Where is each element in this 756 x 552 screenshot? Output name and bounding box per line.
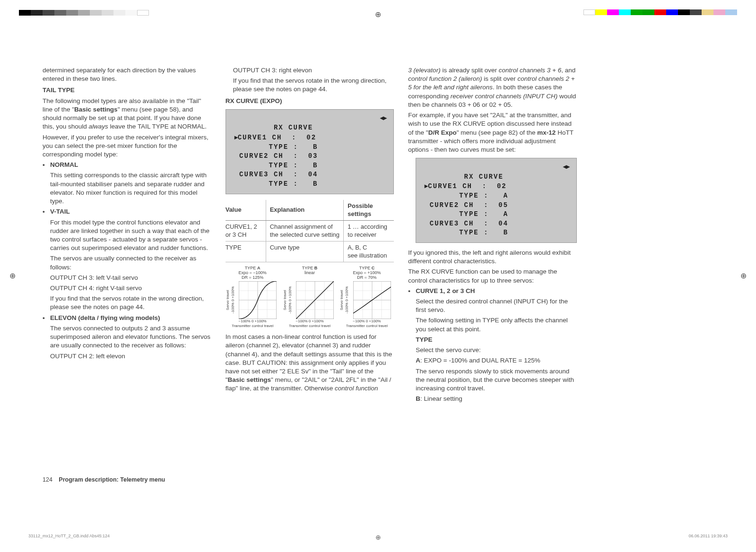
text: B — [314, 266, 318, 270]
nav-arrows-icon: ◂▸ — [563, 162, 570, 172]
registration-mark-right: ⊕ — [740, 271, 747, 281]
bullet-vtail: V-TAIL For this model type the control f… — [43, 207, 211, 311]
tail-type-heading: TAIL TYPE — [43, 86, 211, 95]
curve-b: TYPE B linear Servo travel-100% 0 +100% — [283, 266, 337, 329]
rx-curve-heading: RX CURVE (EXPO) — [226, 97, 394, 105]
text: The servo responds slowly to stick movem… — [416, 367, 577, 393]
text: A — [257, 266, 261, 270]
lcd-line: CURVE1 CH : 02 — [238, 134, 316, 141]
curve-c-plot — [353, 281, 391, 319]
nav-arrows-icon: ◂▸ — [380, 113, 387, 123]
text-italic: always — [89, 123, 108, 130]
text: TYPE — [302, 266, 314, 270]
text: linear — [304, 270, 315, 275]
col1-intro: determined separately for each direction… — [43, 66, 211, 83]
text: control channels 3 + 6 — [499, 67, 561, 74]
explanation-table: Value Explanation Possible settings CURV… — [226, 200, 394, 262]
text: TYPE — [245, 266, 257, 270]
x-ticks: −100% 0 +100% — [226, 319, 280, 324]
table-row: CURVE1, 2 or 3 CH Channel assignment of … — [226, 220, 394, 241]
text: A — [416, 357, 420, 364]
text: 3 (elevator) — [408, 67, 440, 74]
curve-illustrations: TYPE A Expo = −100% DR = 125% Servo trav… — [226, 266, 394, 329]
label: V-TAIL — [50, 208, 70, 215]
lcd-line: CURVE2 CH : 05 — [430, 201, 508, 209]
col3-p1: 3 (elevator) is already split over contr… — [408, 66, 577, 109]
y-axis-label: Servo travel-100% 0 +100% — [283, 286, 293, 313]
x-axis-label: Transmitter control travel — [226, 324, 280, 329]
lcd-line: TYPE : A — [430, 210, 508, 218]
x-ticks: −100% 0 +100% — [339, 319, 394, 324]
text: Select the servo curve: — [416, 346, 577, 354]
text: Expo = +100% — [353, 270, 381, 275]
text: : EXPO = -100% and DUAL RATE = 125% — [420, 357, 540, 364]
text: If you find that the servos rotate in th… — [226, 77, 394, 94]
registration-mark-left: ⊕ — [9, 271, 16, 281]
cursor-icon: ▸ — [235, 133, 238, 141]
lcd-line: TYPE : A — [430, 192, 508, 199]
td: Curve type — [266, 241, 344, 262]
text: DR = 125% — [242, 275, 263, 280]
lcd-line: TYPE : B — [239, 143, 318, 151]
text: OUTPUT CH 3: left V-tail servo — [50, 274, 211, 282]
lcd-line: CURVE3 CH : 04 — [239, 171, 318, 178]
curve-b-plot — [296, 281, 334, 319]
curve-a-plot — [239, 281, 277, 319]
text: A, B, C — [348, 244, 367, 251]
lcd-title: RX CURVE — [464, 173, 504, 181]
label: TYPE — [416, 336, 577, 344]
th: Value — [226, 200, 266, 221]
text: If you find that the servos rotate in th… — [50, 294, 211, 311]
curve-a: TYPE A Expo = −100% DR = 125% Servo trav… — [226, 266, 280, 329]
bullet-elevon: ELEVON (delta / flying wing models) The … — [43, 314, 211, 361]
section-title: Program description: Telemetry menu — [59, 476, 165, 483]
text-bold: D/R Expo — [428, 129, 457, 136]
text: The servos are usually connected to the … — [50, 254, 211, 271]
th: Explanation — [266, 200, 344, 221]
td: TYPE — [226, 241, 266, 262]
text: OUTPUT CH 3: right elevon — [226, 66, 394, 75]
text: OUTPUT CH 4: right V-tail servo — [50, 284, 211, 293]
lcd-rx-curve-2: ◂▸ RX CURVE ▸CURVE1 CH : 02 TYPE : A CUR… — [416, 158, 577, 243]
text: TYPE — [359, 266, 372, 270]
label: CURVE 1, 2 or 3 CH — [416, 287, 475, 294]
label: NORMAL — [50, 161, 78, 168]
col1-p1: The following model types are also avail… — [43, 97, 211, 131]
print-color-bars: ⊕ — [0, 9, 756, 24]
col3-p2: For example, if you have set "2AIL" at t… — [408, 111, 577, 154]
x-axis-label: Transmitter control travel — [339, 324, 394, 329]
col1-p2: However, if you prefer to use the receiv… — [43, 133, 211, 159]
y-axis-label: Servo travel-100% 0 +100% — [339, 286, 350, 313]
column-3: 3 (elevator) is already split over contr… — [408, 66, 577, 482]
registration-mark-top: ⊕ — [375, 9, 381, 20]
text: C — [372, 266, 375, 270]
grayscale-bar — [19, 10, 149, 16]
lcd-line: CURVE1 CH : 02 — [428, 182, 506, 190]
td: Channel assignment of the selected curve… — [266, 220, 344, 241]
text: control function 2 (aileron) — [408, 75, 482, 82]
text: , and — [561, 67, 575, 74]
indd-file: 33112_mx12_HoTT_2_GB.indd Abs45:124 — [28, 533, 110, 539]
text: see illustration — [348, 252, 387, 259]
td: A, B, C see illustration — [344, 241, 394, 262]
lcd-line: TYPE : B — [430, 229, 508, 236]
column-1: determined separately for each direction… — [43, 66, 211, 482]
text: OUTPUT CH 2: left elevon — [50, 352, 211, 361]
page-body: determined separately for each direction… — [43, 66, 577, 482]
text: DR = 70% — [357, 275, 376, 280]
text: B — [416, 395, 420, 402]
text: The RX CURVE function can be used to man… — [408, 267, 577, 285]
text: is already split over — [441, 67, 499, 74]
type-b-line: B: Linear setting — [416, 395, 577, 403]
curve-c: TYPE C Expo = +100% DR = 70% Servo trave… — [339, 266, 394, 329]
text: The servos connected to outputs 2 and 3 … — [50, 324, 211, 350]
text: leave the TAIL TYPE at NORMAL. — [108, 123, 207, 130]
text: : Linear setting — [420, 395, 462, 402]
lcd-line: TYPE : B — [239, 180, 318, 188]
td: CURVE1, 2 or 3 CH — [226, 220, 266, 241]
registration-mark-bottom: ⊕ — [375, 533, 381, 542]
col2-after-curves: In most cases a non-linear control funct… — [226, 333, 394, 393]
lcd-rx-curve-1: ◂▸ RX CURVE ▸CURVE1 CH : 02 TYPE : B CUR… — [226, 109, 394, 194]
text: Select the desired control channel (INPU… — [416, 297, 577, 314]
text: " menu (see page 82) of the — [457, 129, 538, 136]
